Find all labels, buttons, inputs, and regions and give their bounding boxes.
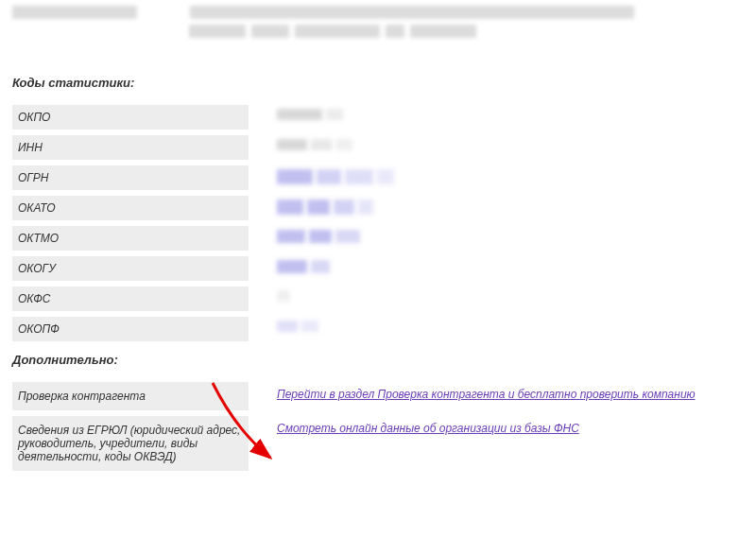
- check-counterparty-link[interactable]: Перейти в раздел Проверка контрагента и …: [277, 386, 696, 403]
- okato-value: [277, 196, 373, 215]
- inn-value: [277, 135, 352, 150]
- row-okogu: ОКОГУ: [12, 256, 744, 281]
- check-counterparty-label: Проверка контрагента: [12, 382, 249, 410]
- row-oktmo: ОКТМО: [12, 226, 744, 251]
- okpo-value: [277, 105, 343, 120]
- stats-section-title: Коды статистики:: [12, 76, 744, 90]
- row-okpo: ОКПО: [12, 105, 744, 130]
- okpo-label: ОКПО: [12, 105, 249, 130]
- row-okfs: ОКФС: [12, 286, 744, 311]
- ogrn-value: [277, 165, 394, 184]
- okopf-label: ОКОПФ: [12, 317, 249, 341]
- oktmo-value: [277, 226, 360, 243]
- egrul-link[interactable]: Смотреть онлайн данные об организации из…: [277, 420, 579, 437]
- row-ogrn: ОГРН: [12, 165, 744, 190]
- row-okopf: ОКОПФ: [12, 317, 744, 341]
- header-blur-row2: [189, 25, 476, 38]
- okogu-label: ОКОГУ: [12, 256, 249, 281]
- additional-section-title: Дополнительно:: [12, 353, 744, 367]
- okogu-value: [277, 256, 330, 273]
- row-inn: ИНН: [12, 135, 744, 160]
- oktmo-label: ОКТМО: [12, 226, 249, 251]
- row-okato: ОКАТО: [12, 196, 744, 220]
- egrul-label: Сведения из ЕГРЮЛ (юридический адрес, ру…: [12, 416, 249, 471]
- row-egrul: Сведения из ЕГРЮЛ (юридический адрес, ру…: [12, 416, 744, 471]
- inn-label: ИНН: [12, 135, 249, 160]
- okfs-value: [277, 286, 290, 302]
- header-blur-row1: [12, 6, 634, 19]
- row-check-counterparty: Проверка контрагента Перейти в раздел Пр…: [12, 382, 744, 410]
- okato-label: ОКАТО: [12, 196, 249, 220]
- okopf-value: [277, 317, 318, 332]
- okfs-label: ОКФС: [12, 286, 249, 311]
- ogrn-label: ОГРН: [12, 165, 249, 190]
